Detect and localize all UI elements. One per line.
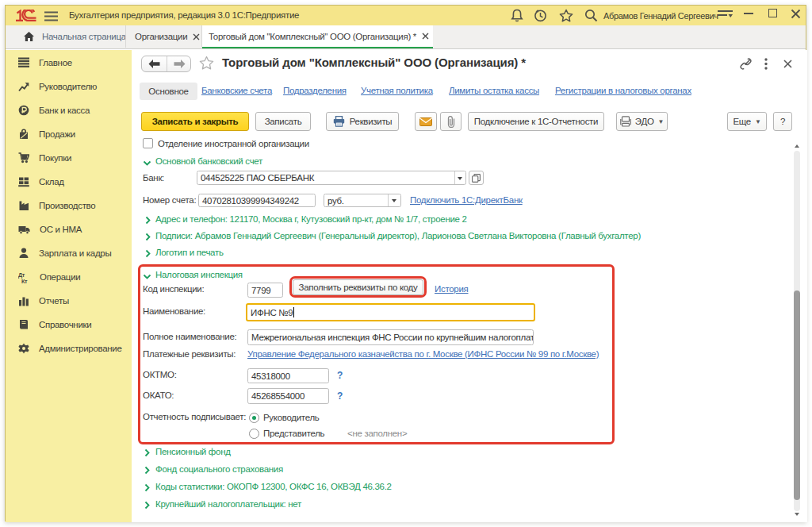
svg-text:Кт: Кт: [21, 277, 28, 283]
